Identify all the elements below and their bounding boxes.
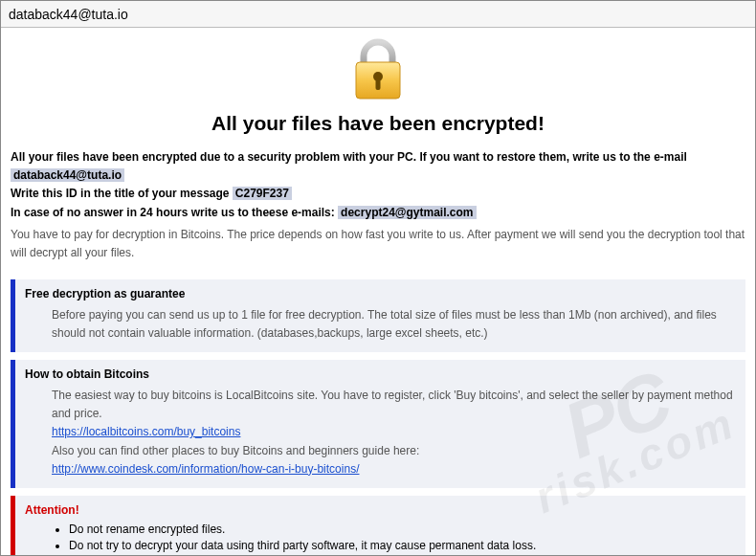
page-title: All your files have been encrypted! xyxy=(1,106,755,148)
link-coindesk[interactable]: http://www.coindesk.com/information/how-… xyxy=(52,462,359,476)
intro-line2: Write this ID in the title of your messa… xyxy=(11,187,233,200)
payment-note: You have to pay for decryption in Bitcoi… xyxy=(1,226,755,271)
svg-rect-2 xyxy=(376,78,381,90)
contact-email-1: databack44@tuta.io xyxy=(11,168,124,182)
panel-btc-title: How to obtain Bitcoins xyxy=(25,367,734,381)
attention-item: Do not rename encrypted files. xyxy=(69,523,734,536)
panel-free-title: Free decryption as guarantee xyxy=(25,287,734,300)
panel-attention-title: Attention! xyxy=(25,503,734,517)
lock-icon-wrap xyxy=(1,28,755,106)
window-title: databack44@tuta.io xyxy=(9,7,128,22)
lock-icon xyxy=(349,37,407,104)
window-titlebar: databack44@tuta.io xyxy=(1,1,755,28)
panel-btc-line2: Also you can find other places to buy Bi… xyxy=(52,442,734,460)
panel-attention: Attention! Do not rename encrypted files… xyxy=(11,496,745,556)
panel-free-body: Before paying you can send us up to 1 fi… xyxy=(27,306,734,343)
contact-email-2: decrypt24@gytmail.com xyxy=(338,206,476,219)
message-id: C279F237 xyxy=(233,187,292,200)
intro-line3: In case of no answer in 24 hours write u… xyxy=(11,206,338,219)
link-localbitcoins[interactable]: https://localbitcoins.com/buy_bitcoins xyxy=(52,425,240,438)
intro-block: All your files have been encrypted due t… xyxy=(1,148,755,226)
panel-obtain-bitcoins: How to obtain Bitcoins The easiest way t… xyxy=(11,360,745,488)
attention-list: Do not rename encrypted files. Do not tr… xyxy=(27,523,734,556)
content-area: All your files have been encrypted! All … xyxy=(1,28,755,556)
intro-line1: All your files have been encrypted due t… xyxy=(11,150,687,164)
attention-item: Do not try to decrypt your data using th… xyxy=(69,539,734,552)
panel-btc-line1: The easiest way to buy bitcoins is Local… xyxy=(52,387,734,423)
panel-free-decryption: Free decryption as guarantee Before payi… xyxy=(11,279,745,352)
